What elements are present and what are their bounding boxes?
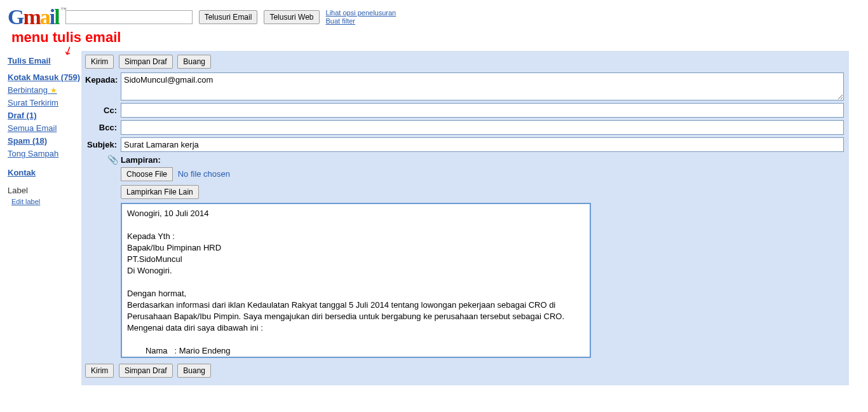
top-button-row: Kirim Simpan Draf Buang [85,55,844,69]
gmail-logo: Gmail [8,5,59,29]
link-create-filter[interactable]: Buat filter [326,17,397,25]
cc-label: Cc: [85,103,121,115]
paperclip-icon: 📎 [85,154,121,165]
cc-input[interactable] [121,103,844,118]
search-input[interactable] [65,10,193,24]
attach-header-row: 📎 Lampiran: [85,154,844,165]
bottom-button-row: Kirim Simpan Draf Buang [85,364,844,378]
discard-button-bottom[interactable]: Buang [177,364,211,378]
file-status: No file chosen [178,169,230,179]
body-wrap [121,203,844,360]
subject-input[interactable] [121,137,844,152]
annotation-text: menu tulis email [11,29,868,46]
sidebar-label-header: Label [8,186,81,195]
attach-more-row: Lampirkan File Lain [121,185,844,199]
attach-label: Lampiran: [121,155,161,165]
body-textarea[interactable] [121,203,591,358]
choose-file-button[interactable]: Choose File [121,167,173,181]
attach-more-button[interactable]: Lampirkan File Lain [121,185,199,199]
star-icon: ★ [50,86,57,95]
compose-panel: Kirim Simpan Draf Buang Kepada: Cc: Bcc:… [81,51,849,385]
sidebar-contacts[interactable]: Kontak [8,167,81,179]
sidebar-edit-label[interactable]: Edit label [11,195,81,208]
sidebar-spam[interactable]: Spam (18) [8,135,81,148]
sidebar-sent[interactable]: Surat Terkirim [8,97,81,109]
bcc-input[interactable] [121,120,844,135]
to-row: Kepada: [85,72,844,100]
sidebar-inbox[interactable]: Kotak Masuk (759) [8,71,81,84]
attach-controls: Choose File No file chosen [121,167,844,181]
bcc-label: Bcc: [85,120,121,132]
sidebar-trash[interactable]: Tong Sampah [8,148,81,160]
send-button-bottom[interactable]: Kirim [85,364,114,378]
subject-label: Subjek: [85,137,121,149]
header-links: Lihat opsi penelusuran Buat filter [326,9,397,25]
main-area: Tulis Email Kotak Masuk (759) Berbintang… [0,51,868,385]
sidebar: Tulis Email Kotak Masuk (759) Berbintang… [0,51,81,385]
search-web-button[interactable]: Telusuri Web [264,10,319,24]
sidebar-all[interactable]: Semua Email [8,122,81,135]
sidebar-starred[interactable]: Berbintang ★ [8,84,81,97]
to-input[interactable] [121,72,844,100]
save-draft-button-bottom[interactable]: Simpan Draf [119,364,173,378]
cc-row: Cc: [85,103,844,118]
to-label: Kepada: [85,72,121,85]
link-search-options[interactable]: Lihat opsi penelusuran [326,9,397,17]
bcc-row: Bcc: [85,120,844,135]
send-button-top[interactable]: Kirim [85,55,114,69]
discard-button-top[interactable]: Buang [177,55,211,69]
sidebar-drafts[interactable]: Draf (1) [8,109,81,122]
search-email-button[interactable]: Telusuri Email [199,10,258,24]
save-draft-button-top[interactable]: Simpan Draf [119,55,173,69]
subject-row: Subjek: [85,137,844,152]
